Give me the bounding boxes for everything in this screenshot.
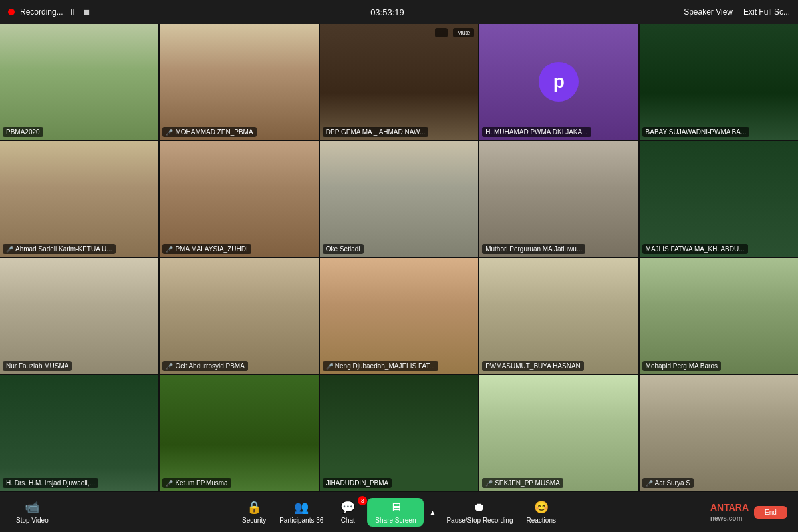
mic-off-icon: 🎤 bbox=[485, 480, 493, 487]
participant-label-zen: 🎤MOHAMMAD ZEN_PBMA bbox=[162, 127, 256, 137]
video-cell-malaysia[interactable]: 🎤PMA MALAYSIA_ZUHDI bbox=[160, 141, 318, 257]
participant-name: H. MUHAMAD PWMA DKI JAKA... bbox=[485, 128, 587, 136]
participant-label-oke: Oke Setiadi bbox=[323, 244, 364, 254]
participant-name: Ocit Abdurrosyid PBMA bbox=[175, 362, 244, 370]
participant-label-sekjen: 🎤SEKJEN_PP MUSMA bbox=[482, 478, 563, 488]
video-cell-aat[interactable]: 🎤Aat Surya S bbox=[640, 375, 798, 491]
participant-name: PMA MALAYSIA_ZUHDI bbox=[175, 245, 247, 253]
timer-display: 03:53:19 bbox=[370, 7, 404, 17]
participant-label-irsjad: H. Drs. H.M. Irsjad Djuwaeli,... bbox=[3, 478, 98, 488]
mute-badge[interactable]: Mute bbox=[453, 28, 474, 37]
participant-name: H. Drs. H.M. Irsjad Djuwaeli,... bbox=[6, 479, 95, 487]
participant-name: Muthori Perguruan MA Jatiuwu... bbox=[485, 245, 582, 253]
video-cell-sekjen[interactable]: 🎤SEKJEN_PP MUSMA bbox=[479, 375, 638, 491]
security-label: Security bbox=[242, 517, 266, 524]
video-cell-mohapid[interactable]: Mohapid Perg MA Baros bbox=[640, 258, 798, 374]
participant-name: JIHADUDDIN_PBMA bbox=[326, 479, 388, 487]
pause-button[interactable]: ⏸ bbox=[68, 7, 77, 17]
speaker-view-button[interactable]: Speaker View bbox=[684, 7, 733, 17]
stop-video-button[interactable]: 📹 Stop Video bbox=[11, 497, 54, 527]
stop-video-label: Stop Video bbox=[16, 517, 49, 524]
participant-label-mohapid: Mohapid Perg MA Baros bbox=[642, 361, 721, 371]
top-bar-right: Speaker View Exit Full Sc... bbox=[684, 7, 790, 17]
bottom-left-controls: 📹 Stop Video bbox=[11, 497, 54, 527]
participants-button[interactable]: 👥 Participants 36 bbox=[274, 497, 329, 527]
participant-name: Mohapid Perg MA Baros bbox=[646, 362, 718, 370]
chat-button[interactable]: 💬 Chat 3 bbox=[331, 497, 364, 527]
recording-dot bbox=[8, 9, 15, 15]
video-cell-ahmad[interactable]: Mute···DPP GEMA MA _ AHMAD NAW... bbox=[320, 24, 478, 140]
share-screen-icon: 🖥 bbox=[390, 501, 402, 515]
pause-stop-label: Pause/Stop Recording bbox=[446, 517, 513, 524]
antara-logo-text: ANTARA bbox=[710, 502, 749, 513]
participant-label-pwmasumut: PWMASUMUT_BUYA HASNAN bbox=[482, 361, 584, 371]
reactions-button[interactable]: 😊 Reactions bbox=[521, 497, 561, 527]
participants-icon: 👥 bbox=[294, 500, 309, 515]
mic-off-icon: 🎤 bbox=[166, 246, 173, 253]
chat-badge: 3 bbox=[358, 496, 367, 505]
bottom-right-controls: ANTARA news.com End bbox=[710, 502, 787, 523]
video-cell-oke[interactable]: Oke Setiadi bbox=[320, 141, 478, 257]
video-cell-ketum[interactable]: 🎤Ketum PP.Musma bbox=[160, 375, 318, 491]
video-cell-muthori[interactable]: Muthori Perguruan MA Jatiuwu... bbox=[479, 141, 638, 257]
mic-off-icon: 🎤 bbox=[166, 363, 173, 370]
video-cell-zen[interactable]: 🎤MOHAMMAD ZEN_PBMA bbox=[160, 24, 318, 140]
security-icon: 🔒 bbox=[247, 500, 261, 515]
chat-label: Chat bbox=[341, 517, 355, 524]
video-cell-sadeli[interactable]: 🎤Ahmad Sadeli Karim-KETUA U... bbox=[0, 141, 158, 257]
end-label: End bbox=[765, 509, 777, 516]
participant-label-aat: 🎤Aat Surya S bbox=[642, 478, 694, 488]
video-cell-jihad[interactable]: JIHADUDDIN_PBMA bbox=[320, 375, 478, 491]
reactions-icon: 😊 bbox=[534, 500, 549, 515]
participant-label-pbma2020: PBMA2020 bbox=[3, 127, 43, 137]
participant-label-babay: BABAY SUJAWADNI-PWMA BA... bbox=[642, 127, 750, 137]
antara-logo: ANTARA news.com bbox=[710, 502, 749, 523]
mic-off-icon: 🎤 bbox=[646, 480, 653, 487]
video-cell-pbma2020[interactable]: PBMA2020 bbox=[0, 24, 158, 140]
participant-label-muthori: Muthori Perguruan MA Jatiuwu... bbox=[482, 244, 585, 254]
share-screen-label: Share Screen bbox=[375, 517, 416, 524]
participant-label-ocit: 🎤Ocit Abdurrosyid PBMA bbox=[162, 361, 247, 371]
video-cell-muhamad[interactable]: pH. MUHAMAD PWMA DKI JAKA... bbox=[479, 24, 638, 140]
video-cell-irsjad[interactable]: H. Drs. H.M. Irsjad Djuwaeli,... bbox=[0, 375, 158, 491]
pause-stop-button[interactable]: ⏺ Pause/Stop Recording bbox=[441, 498, 518, 527]
participant-name: Ahmad Sadeli Karim-KETUA U... bbox=[15, 245, 112, 253]
bottom-center-controls: 🔒 Security 👥 Participants 36 💬 Chat 3 🖥 … bbox=[237, 497, 561, 527]
end-button[interactable]: End bbox=[754, 506, 787, 519]
options-badge[interactable]: ··· bbox=[435, 28, 448, 37]
exit-fullscreen-button[interactable]: Exit Full Sc... bbox=[743, 7, 790, 17]
participant-label-majlis: MAJLIS FATWA MA_KH. ABDU... bbox=[642, 244, 748, 254]
mic-off-icon: 🎤 bbox=[326, 363, 333, 370]
video-cell-ocit[interactable]: 🎤Ocit Abdurrosyid PBMA bbox=[160, 258, 318, 374]
bottom-bar: 📹 Stop Video 🔒 Security 👥 Participants 3… bbox=[0, 492, 798, 532]
share-screen-caret[interactable]: ▲ bbox=[426, 507, 438, 517]
participant-name: PWMASUMUT_BUYA HASNAN bbox=[485, 362, 581, 370]
reactions-label: Reactions bbox=[526, 517, 555, 524]
mic-off-icon: 🎤 bbox=[166, 480, 173, 487]
top-bar-left: Recording... ⏸ ⏹ bbox=[8, 7, 91, 17]
video-cell-majlis[interactable]: MAJLIS FATWA MA_KH. ABDU... bbox=[640, 141, 798, 257]
participant-label-ketum: 🎤Ketum PP.Musma bbox=[162, 478, 231, 488]
security-button[interactable]: 🔒 Security bbox=[237, 497, 271, 527]
participant-label-sadeli: 🎤Ahmad Sadeli Karim-KETUA U... bbox=[3, 244, 116, 254]
antara-sub-text: news.com bbox=[710, 515, 742, 522]
video-cell-babay[interactable]: BABAY SUJAWADNI-PWMA BA... bbox=[640, 24, 798, 140]
participant-name: Nur Fauziah MUSMA bbox=[6, 362, 68, 370]
top-bar: Recording... ⏸ ⏹ 03:53:19 Speaker View E… bbox=[0, 0, 798, 24]
participant-name: MOHAMMAD ZEN_PBMA bbox=[175, 128, 253, 136]
mic-off-icon: 🎤 bbox=[6, 246, 13, 253]
participant-name: DPP GEMA MA _ AHMAD NAW... bbox=[326, 128, 425, 136]
video-cell-neng[interactable]: 🎤Neng Djubaedah_MAJELIS FAT... bbox=[320, 258, 478, 374]
participant-label-nur: Nur Fauziah MUSMA bbox=[3, 361, 72, 371]
share-screen-button[interactable]: 🖥 Share Screen bbox=[367, 498, 424, 527]
participant-name: MAJLIS FATWA MA_KH. ABDU... bbox=[646, 245, 745, 253]
stop-button[interactable]: ⏹ bbox=[82, 7, 91, 17]
participant-name: Oke Setiadi bbox=[326, 245, 360, 253]
avatar-muhamad: p bbox=[539, 62, 579, 102]
video-cell-pwmasumut[interactable]: PWMASUMUT_BUYA HASNAN bbox=[479, 258, 638, 374]
participant-label-muhamad: H. MUHAMAD PWMA DKI JAKA... bbox=[482, 127, 591, 137]
participant-name: Neng Djubaedah_MAJELIS FAT... bbox=[335, 362, 435, 370]
video-cell-nur[interactable]: Nur Fauziah MUSMA bbox=[0, 258, 158, 374]
chat-icon: 💬 bbox=[340, 500, 355, 515]
participant-name: Ketum PP.Musma bbox=[175, 479, 227, 487]
